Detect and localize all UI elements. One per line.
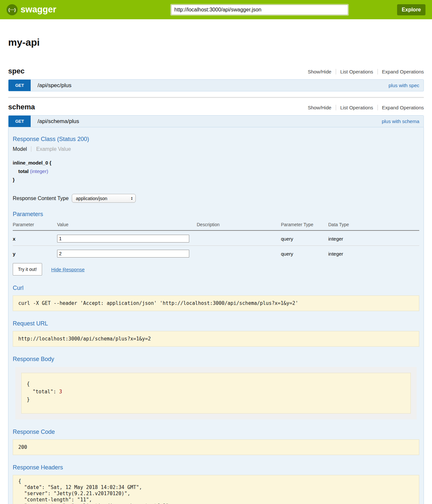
- section-controls-spec: Show/HideList OperationsExpand Operation…: [308, 69, 424, 74]
- model-property-name: total: [18, 168, 29, 174]
- col-header-parameter: Parameter: [13, 219, 57, 230]
- parameters-heading: Parameters: [13, 211, 419, 218]
- headers-line: "date": "Sat, 12 May 2018 14:02:34 GMT",: [18, 484, 414, 491]
- parameters-table: Parameter Value Description Parameter Ty…: [13, 219, 419, 260]
- response-headers-heading: Response Headers: [13, 464, 419, 471]
- endpoint-path-link[interactable]: /api/spec/plus: [38, 82, 71, 89]
- param-data-type: integer: [328, 230, 419, 246]
- list-operations-link[interactable]: List Operations: [336, 105, 373, 110]
- col-header-data-type: Data Type: [328, 219, 419, 230]
- param-row-x: x query integer: [13, 230, 419, 246]
- endpoint-schema-plus[interactable]: GET /api/schema/plus plus with schema: [8, 115, 424, 127]
- endpoint-path-link[interactable]: /api/schema/plus: [38, 118, 79, 125]
- response-code-value: 200: [13, 439, 419, 455]
- request-url-value: http://localhost:3000/api/schema/plus?x=…: [13, 331, 419, 347]
- param-description: [197, 230, 281, 246]
- headers-line: {: [18, 478, 414, 484]
- curl-command: curl -X GET --header 'Accept: applicatio…: [13, 295, 419, 311]
- response-content-type-row: Response Content Type application/json ▲…: [13, 194, 419, 203]
- param-name: y: [13, 246, 57, 261]
- tab-model[interactable]: Model: [13, 146, 31, 152]
- response-body-json: { "total": 3}: [21, 373, 411, 414]
- response-body-container: { "total": 3}: [15, 367, 417, 419]
- select-arrows-icon: ▲▼: [131, 197, 133, 200]
- endpoint-summary-link[interactable]: plus with spec: [389, 83, 419, 88]
- json-open-brace: {: [27, 380, 405, 388]
- show-hide-link[interactable]: Show/Hide: [308, 105, 332, 110]
- list-operations-link[interactable]: List Operations: [336, 69, 373, 74]
- expand-operations-link[interactable]: Expand Operations: [378, 105, 424, 110]
- response-code-heading: Response Code: [13, 429, 419, 435]
- model-tabs: Model Example Value: [13, 146, 419, 152]
- col-header-description: Description: [197, 219, 281, 230]
- curl-heading: Curl: [13, 285, 419, 291]
- json-total-line: "total": 3: [27, 388, 405, 396]
- show-hide-link[interactable]: Show/Hide: [308, 69, 332, 74]
- param-type: query: [281, 230, 328, 246]
- response-content-type-select[interactable]: application/json ▲▼: [72, 194, 136, 203]
- param-data-type: integer: [328, 246, 419, 261]
- tab-example-value[interactable]: Example Value: [36, 146, 71, 152]
- section-divider: [8, 97, 424, 98]
- json-close-brace: }: [27, 396, 405, 403]
- try-it-out-button[interactable]: Try it out!: [13, 263, 42, 276]
- expand-operations-link[interactable]: Expand Operations: [378, 69, 424, 74]
- col-header-parameter-type: Parameter Type: [281, 219, 328, 230]
- headers-line: "server": "Jetty(9.2.21.v20170120)",: [18, 491, 414, 497]
- model-open-line: inline_model_0 {: [13, 159, 419, 167]
- page-title: my-api: [8, 37, 424, 48]
- model-close-line: }: [13, 176, 419, 184]
- json-number-value: 3: [59, 389, 62, 395]
- param-type: query: [281, 246, 328, 261]
- request-url-heading: Request URL: [13, 320, 419, 327]
- section-header-schema: schema Show/HideList OperationsExpand Op…: [8, 103, 424, 111]
- header-bar: {⋯} swagger Explore: [0, 0, 432, 19]
- swagger-logo-icon: {⋯}: [7, 4, 18, 15]
- param-row-y: y query integer: [13, 246, 419, 261]
- selected-content-type: application/json: [76, 196, 107, 201]
- col-header-value: Value: [57, 219, 197, 230]
- get-method-badge: GET: [8, 116, 31, 127]
- param-value-input-x[interactable]: [57, 235, 189, 243]
- section-controls-schema: Show/HideList OperationsExpand Operation…: [308, 105, 424, 110]
- response-content-type-label: Response Content Type: [13, 196, 69, 201]
- explore-button[interactable]: Explore: [397, 4, 425, 15]
- json-key: "total":: [27, 389, 59, 395]
- headers-line: "content-length": "11",: [18, 497, 414, 503]
- model-property-line: total (integer): [13, 167, 419, 176]
- model-property-type: (integer): [30, 168, 48, 174]
- response-headers-json: { "date": "Sat, 12 May 2018 14:02:34 GMT…: [13, 475, 419, 504]
- brand-title: swagger: [21, 5, 56, 15]
- hide-response-link[interactable]: Hide Response: [51, 267, 85, 272]
- section-title-spec[interactable]: spec: [8, 67, 24, 75]
- response-body-heading: Response Body: [13, 356, 419, 363]
- param-name: x: [13, 230, 57, 246]
- spec-url-input[interactable]: [171, 5, 348, 15]
- section-title-schema[interactable]: schema: [8, 103, 35, 111]
- section-header-spec: spec Show/HideList OperationsExpand Oper…: [8, 67, 424, 75]
- get-method-badge: GET: [8, 80, 31, 91]
- param-value-input-y[interactable]: [57, 250, 189, 258]
- endpoint-summary-link[interactable]: plus with schema: [382, 118, 419, 124]
- operation-panel: Response Class (Status 200) Model Exampl…: [8, 127, 424, 504]
- response-class-heading: Response Class (Status 200): [13, 136, 419, 143]
- model-signature: inline_model_0 { total (integer) }: [13, 159, 419, 184]
- endpoint-spec-plus[interactable]: GET /api/spec/plus plus with spec: [8, 79, 424, 91]
- try-row: Try it out! Hide Response: [13, 263, 419, 276]
- param-description: [197, 246, 281, 261]
